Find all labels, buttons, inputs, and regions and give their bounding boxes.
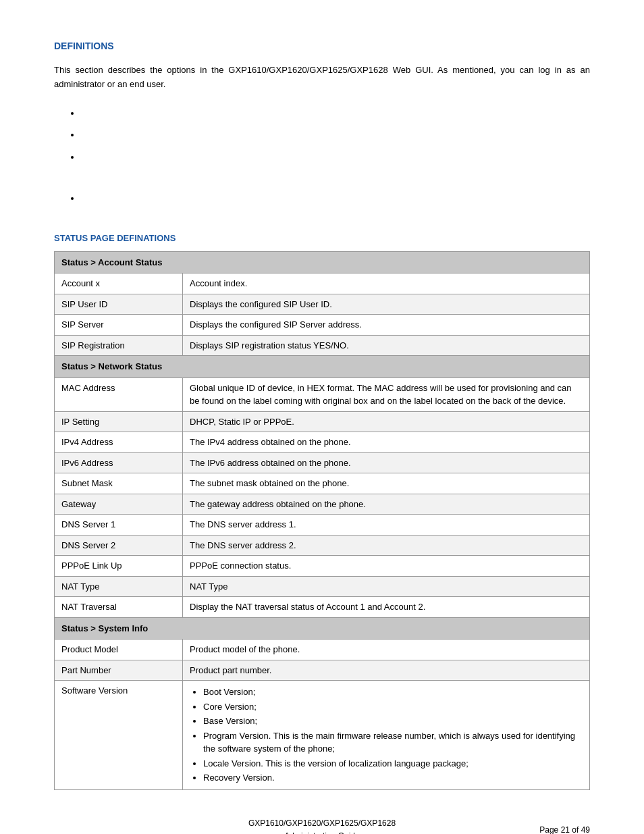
sw-bullet-1: Boot Version; [203,685,583,699]
sub-section-title: STATUS PAGE DEFINATIONS [54,233,590,243]
row-value: NAT Type [183,576,590,597]
account-status-header-cell: Status > Account Status [55,251,590,273]
row-value: The DNS server address 1. [183,515,590,536]
row-label: Product Model [55,640,183,660]
row-label: NAT Type [55,576,183,597]
row-label: DNS Server 1 [55,515,183,536]
table-row: SIP Server Displays the configured SIP S… [55,315,590,336]
row-value: Product part number. [183,660,590,681]
table-row: Software Version Boot Version; Core Vers… [55,681,590,790]
row-value: Displays SIP registration status YES/NO. [183,335,590,356]
table-row: MAC Address Global unique ID of device, … [55,377,590,411]
sw-bullet-4: Program Version. This is the main firmwa… [203,729,583,756]
table-row: SIP Registration Displays SIP registrati… [55,335,590,356]
sw-bullet-2: Core Version; [203,700,583,714]
bullet-item-1 [81,104,590,124]
row-label: SIP User ID [55,294,183,315]
table-row: Subnet Mask The subnet mask obtained on … [55,473,590,494]
footer-line2: Administration Guide [284,831,359,834]
row-value: PPPoE connection status. [183,556,590,577]
row-label: IPv6 Address [55,452,183,473]
table-row: IP Setting DHCP, Static IP or PPPoE. [55,411,590,432]
definitions-table: Status > Account Status Account x Accoun… [54,251,590,790]
row-label: PPPoE Link Up [55,556,183,577]
table-row: DNS Server 2 The DNS server address 2. [55,535,590,556]
table-row: Account x Account index. [55,273,590,294]
table-row: Gateway The gateway address obtained on … [55,494,590,515]
footer-line1: GXP1610/GXP1620/GXP1625/GXP1628 [248,818,396,828]
row-label: Account x [55,273,183,294]
row-label: SIP Server [55,315,183,336]
row-value: The subnet mask obtained on the phone. [183,473,590,494]
table-row: Product Model Product model of the phone… [55,640,590,660]
row-value: The gateway address obtained on the phon… [183,494,590,515]
software-version-list: Boot Version; Core Version; Base Version… [190,685,583,785]
row-value: The IPv6 address obtained on the phone. [183,452,590,473]
row-value: Global unique ID of device, in HEX forma… [183,377,590,411]
account-status-header: Status > Account Status [55,251,590,273]
row-label: DNS Server 2 [55,535,183,556]
row-value: Account index. [183,273,590,294]
footer: GXP1610/GXP1620/GXP1625/GXP1628 Administ… [54,817,590,834]
row-label: IP Setting [55,411,183,432]
bullet-item-2 [81,126,590,145]
system-info-header: Status > System Info [55,617,590,640]
footer-center: GXP1610/GXP1620/GXP1625/GXP1628 Administ… [54,817,590,834]
row-label: NAT Traversal [55,597,183,618]
row-label: SIP Registration [55,335,183,356]
section-title: DEFINITIONS [54,41,590,51]
network-status-header-cell: Status > Network Status [55,356,590,378]
bullet-item-3 [81,148,590,167]
sw-bullet-5: Locale Version. This is the version of l… [203,757,583,771]
table-row: Part Number Product part number. [55,660,590,681]
table-row: SIP User ID Displays the configured SIP … [55,294,590,315]
row-value: Product model of the phone. [183,640,590,660]
row-label: Subnet Mask [55,473,183,494]
row-label: MAC Address [55,377,183,411]
row-value: DHCP, Static IP or PPPoE. [183,411,590,432]
table-row: NAT Traversal Display the NAT traversal … [55,597,590,618]
table-row: NAT Type NAT Type [55,576,590,597]
footer-page: Page 21 of 49 [539,825,590,834]
row-label: Software Version [55,681,183,790]
network-status-header: Status > Network Status [55,356,590,378]
row-label: Gateway [55,494,183,515]
row-value: Displays the configured SIP User ID. [183,294,590,315]
intro-paragraph: This section describes the options in th… [54,63,590,92]
sw-bullet-6: Recovery Version. [203,771,583,785]
table-row: DNS Server 1 The DNS server address 1. [55,515,590,536]
table-row: IPv4 Address The IPv4 address obtained o… [55,432,590,453]
row-value: The IPv4 address obtained on the phone. [183,432,590,453]
bullet-item-4 [81,189,590,209]
bullet-list [54,104,590,209]
table-row: IPv6 Address The IPv6 address obtained o… [55,452,590,473]
row-value: The DNS server address 2. [183,535,590,556]
row-label: IPv4 Address [55,432,183,453]
row-value: Display the NAT traversal status of Acco… [183,597,590,618]
row-value: Boot Version; Core Version; Base Version… [183,681,590,790]
table-row: PPPoE Link Up PPPoE connection status. [55,556,590,577]
system-info-header-cell: Status > System Info [55,617,590,640]
row-label: Part Number [55,660,183,681]
sw-bullet-3: Base Version; [203,714,583,728]
row-value: Displays the configured SIP Server addre… [183,315,590,336]
